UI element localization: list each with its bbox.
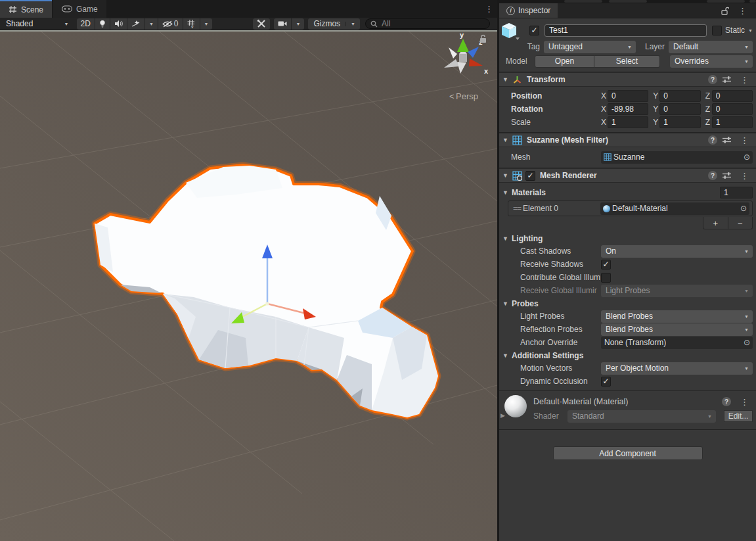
persp-label[interactable]: < Persp	[449, 91, 478, 101]
inspector-kebab-icon[interactable]: ⋮	[734, 7, 751, 15]
materials-foldout[interactable]: ▼ Materials	[499, 186, 756, 199]
meshfilter-header[interactable]: ▼ Suzanne (Mesh Filter) ? ⋮	[499, 133, 756, 147]
scale-y-input[interactable]	[659, 116, 700, 128]
object-picker-icon[interactable]: ⊙	[741, 338, 753, 347]
scale-z-input[interactable]	[712, 116, 753, 128]
grid-dropdown-arrow[interactable]: ▼	[200, 18, 213, 30]
effects-toggle-button[interactable]	[127, 18, 145, 30]
materials-count-input[interactable]	[720, 187, 753, 199]
tab-inspector[interactable]: i Inspector	[499, 3, 558, 18]
help-icon[interactable]: ?	[708, 75, 717, 84]
rotation-z-input[interactable]	[712, 103, 753, 115]
object-picker-icon[interactable]: ⊙	[741, 153, 753, 162]
kebab-icon[interactable]: ⋮	[736, 136, 753, 145]
position-z-input[interactable]	[712, 90, 753, 102]
foldout-arrow-icon[interactable]: ▼	[502, 172, 509, 179]
foldout-arrow-icon[interactable]: ▼	[502, 137, 509, 143]
orientation-cube[interactable]	[459, 54, 467, 62]
kebab-icon[interactable]: ⋮	[736, 76, 753, 84]
camera-dropdown-arrow[interactable]: ▼	[292, 18, 304, 30]
scene-search-field[interactable]	[365, 18, 490, 29]
audio-toggle-button[interactable]	[110, 18, 127, 30]
motion-vectors-label: Motion Vectors	[500, 364, 601, 373]
tab-scene[interactable]: Scene	[0, 0, 52, 18]
effects-dropdown-arrow[interactable]: ▼	[145, 18, 158, 30]
scene-tabbar-kebab-icon[interactable]: ⋮	[481, 5, 497, 13]
2d-toggle-button[interactable]: 2D	[77, 18, 95, 30]
material-element-row[interactable]: == Element 0 Default-Material ⊙	[508, 200, 753, 216]
static-dropdown-arrow[interactable]: ▼	[748, 28, 753, 33]
component-tools-button[interactable]	[253, 18, 270, 30]
help-icon[interactable]: ?	[708, 135, 717, 145]
array-remove-button[interactable]: −	[728, 217, 753, 229]
gameobject-prefab-icon[interactable]	[500, 22, 520, 39]
presets-icon[interactable]	[723, 76, 731, 83]
probes-foldout[interactable]: ▼ Probes	[499, 297, 756, 310]
rotation-y-input[interactable]	[659, 103, 700, 115]
anchor-override-field[interactable]: None (Transform) ⊙	[601, 337, 753, 349]
scene-viewport[interactable]: y z x < Persp	[0, 30, 497, 541]
scale-x-input[interactable]	[608, 116, 648, 128]
contribute-gi-label: Contribute Global Illum	[500, 273, 601, 282]
object-picker-icon[interactable]: ⊙	[738, 204, 749, 213]
static-control[interactable]: Static ▼	[712, 26, 753, 35]
material-object-field[interactable]: Default-Material ⊙	[600, 202, 749, 215]
grid-visibility-button[interactable]: y	[183, 18, 200, 30]
model-open-button[interactable]: Open	[535, 55, 594, 68]
overrides-dropdown[interactable]: Overrides ▼	[670, 55, 753, 68]
foldout-arrow-icon[interactable]: ▼	[502, 235, 509, 242]
meshrenderer-header[interactable]: ▼ ✓ Mesh Renderer ? ⋮	[499, 168, 756, 183]
scene-search-input[interactable]	[380, 18, 485, 29]
help-icon[interactable]: ?	[722, 397, 731, 406]
shader-edit-button[interactable]: Edit...	[724, 410, 753, 422]
light-probes-dropdown[interactable]: Blend Probes ▼	[601, 310, 753, 323]
inspector-lock-icon[interactable]	[721, 7, 729, 15]
help-icon[interactable]: ?	[708, 171, 717, 180]
axis-y-label[interactable]: y	[460, 31, 464, 39]
tag-dropdown[interactable]: Untagged ▼	[544, 41, 636, 53]
motion-vectors-dropdown[interactable]: Per Object Motion ▼	[601, 362, 753, 375]
foldout-arrow-icon[interactable]: ▼	[502, 300, 509, 307]
meshrenderer-enabled-checkbox[interactable]: ✓	[525, 171, 535, 181]
dynamic-occlusion-checkbox[interactable]: ✓	[601, 377, 611, 387]
lighting-foldout[interactable]: ▼ Lighting	[499, 232, 756, 245]
reflection-probes-dropdown[interactable]: Blend Probes ▼	[601, 323, 753, 336]
presets-icon[interactable]	[723, 172, 731, 179]
receive-shadows-checkbox[interactable]: ✓	[601, 260, 611, 270]
presets-icon[interactable]	[723, 136, 731, 144]
mesh-object-field[interactable]: Suzanne ⊙	[601, 151, 753, 164]
kebab-icon[interactable]: ⋮	[736, 398, 753, 406]
hidden-objects-button[interactable]: 0	[158, 18, 183, 30]
material-preview-sphere[interactable]	[504, 395, 527, 417]
layer-dropdown[interactable]: Default ▼	[669, 41, 753, 53]
foldout-arrow-icon[interactable]: ▼	[502, 352, 509, 359]
position-x-input[interactable]	[608, 90, 648, 102]
position-y-input[interactable]	[659, 90, 700, 102]
move-gizmo-center[interactable]	[266, 302, 269, 306]
lighting-toggle-button[interactable]	[95, 18, 110, 30]
add-component-button[interactable]: Add Component	[553, 446, 703, 460]
array-add-button[interactable]: +	[703, 217, 728, 229]
camera-button[interactable]	[274, 18, 292, 30]
camera-dropdown[interactable]: ▼	[274, 18, 304, 30]
material-foldout-arrow[interactable]: ▶	[500, 412, 505, 419]
gizmos-dropdown[interactable]: Gizmos ▼	[308, 18, 360, 30]
foldout-arrow-icon[interactable]: ▼	[502, 189, 509, 196]
additional-settings-foldout[interactable]: ▼ Additional Settings	[499, 349, 756, 362]
speaker-icon	[114, 20, 123, 28]
rotation-x-input[interactable]	[608, 103, 648, 115]
model-select-button[interactable]: Select	[594, 55, 660, 68]
kebab-icon[interactable]: ⋮	[736, 172, 753, 180]
transform-header[interactable]: ▼ Transform ? ⋮	[499, 72, 756, 87]
gameobject-active-checkbox[interactable]: ✓	[529, 26, 539, 35]
shader-dropdown[interactable]: Standard ▼	[567, 410, 716, 423]
tab-game[interactable]: Game	[53, 0, 106, 18]
drag-handle-icon[interactable]: ==	[511, 204, 523, 213]
gameobject-name-input[interactable]	[545, 24, 707, 37]
foldout-arrow-icon[interactable]: ▼	[502, 76, 509, 83]
shading-mode-dropdown[interactable]: Shaded ▼	[2, 19, 73, 28]
cast-shadows-dropdown[interactable]: On ▼	[601, 245, 753, 258]
static-checkbox[interactable]	[712, 26, 722, 35]
contribute-gi-checkbox[interactable]	[601, 273, 611, 283]
axis-x-label[interactable]: x	[484, 67, 489, 75]
